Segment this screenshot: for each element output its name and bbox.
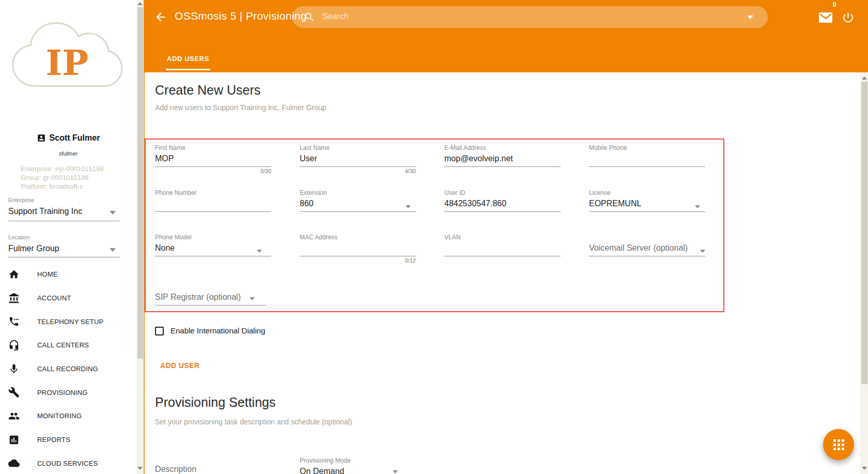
mobile-phone-label: Mobile Phone [589,144,705,151]
location-caret-icon[interactable] [110,248,116,252]
first-name-counter: 3/30 [155,168,271,174]
license-label: License [589,189,705,196]
enterprise-select[interactable]: Support Training Inc [8,207,82,216]
mac-address-field[interactable]: MAC Address 0/12 [300,234,416,264]
user-name: Scott Fulmer [50,133,100,143]
headset-icon [8,340,20,351]
mobile-phone-field[interactable]: Mobile Phone [589,144,705,167]
voicemail-server-caret-icon[interactable] [700,250,705,253]
bank-icon [8,293,20,304]
phone-number-input[interactable] [155,199,271,211]
email-field[interactable]: E-Mail Address mop@evolveip.net [444,144,561,167]
email-label: E-Mail Address [444,144,561,151]
tab-add-users[interactable]: ADD USERS [166,53,210,69]
first-name-field[interactable]: First Name MOP 3/30 [155,144,271,174]
content-scroll-down-icon[interactable] [862,467,867,470]
search-icon [304,11,315,23]
user-id-input[interactable]: 4842530547.860 [444,199,561,211]
sidebar-item-cloud-services[interactable]: CLOUD SERVICES [0,452,129,474]
description-field[interactable]: Description [155,465,271,474]
last-name-field[interactable]: Last Name User 4/30 [300,144,416,174]
evolve-ip-logo: IP [7,16,127,101]
sidebar-scroll-up-icon[interactable] [137,2,143,5]
cloud-icon [8,457,20,469]
tab-active-underline [166,69,210,70]
license-select[interactable]: EOPREMUNL [589,199,705,211]
phone-model-caret-icon[interactable] [257,250,262,253]
phone-dots-icon [8,316,20,327]
sidebar-item-monitoring[interactable]: MONITORING [0,404,129,428]
sidebar-item-telephony-setup[interactable]: TELEPHONY SETUP [0,310,129,333]
sidebar-scroll-down-icon[interactable] [137,467,143,470]
extension-field[interactable]: Extension 860 [300,189,416,212]
voicemail-server-field[interactable]: Voicemail Server (optional) [589,234,705,256]
enable-international-dialing-checkbox[interactable] [155,327,164,335]
nav-label: CLOUD SERVICES [37,460,98,467]
search-dropdown-caret-icon[interactable] [747,16,753,19]
description-input[interactable]: Description [155,465,271,474]
voicemail-server-spacer [589,234,705,241]
sidebar-item-provisioning[interactable]: PROVISIONING [0,380,129,404]
sidebar-item-call-recording[interactable]: CALL RECORDING [0,357,129,381]
license-caret-icon[interactable] [695,205,700,208]
sidebar-item-call-centers[interactable]: CALL CENTERS [0,333,129,357]
sidebar-item-account[interactable]: ACCOUNT [0,286,129,310]
person-icon [37,133,46,143]
location-select-label: Location [8,234,30,240]
provisioning-mode-field[interactable]: Provisioning Mode On Demand [300,457,416,474]
provisioning-mode-select[interactable]: On Demand [300,467,416,474]
add-user-button[interactable]: ADD USER [160,361,199,370]
people-icon [8,410,20,422]
search-input[interactable]: Search [292,6,768,28]
user-id-field[interactable]: User ID 4842530547.860 [444,189,561,212]
extension-label: Extension [300,189,416,196]
sidebar-item-reports[interactable]: REPORTS [0,428,129,452]
sidebar-item-home[interactable]: HOME [0,263,129,286]
meta-enterprise: Enterprise: eip-0001015186 [21,164,103,173]
extension-select[interactable]: 860 [300,199,416,211]
phone-model-field[interactable]: Phone Model None [155,234,271,256]
provisioning-mode-caret-icon[interactable] [393,470,398,473]
content-scrollbar-thumb[interactable] [861,82,867,384]
field-underline [155,211,271,212]
vlan-field[interactable]: VLAN [444,234,561,256]
content-scroll-up-icon[interactable] [862,77,867,80]
field-underline [155,256,271,256]
sidebar-scrollbar-thumb[interactable] [137,7,143,359]
app-header: OSSmosis 5 | Provisioning Search 0 ADD U… [144,0,868,72]
location-select[interactable]: Fulmer Group [8,244,59,253]
mail-icon[interactable] [819,12,832,23]
vlan-input[interactable] [444,243,561,256]
provisioning-settings-title: Provisioning Settings [155,395,275,410]
field-underline [155,166,271,167]
first-name-label: First Name [155,144,271,151]
email-input[interactable]: mop@evolveip.net [444,154,561,166]
enterprise-underline [8,221,120,221]
nav-label: TELEPHONY SETUP [37,318,103,326]
user-id-label: User ID [444,189,561,196]
nav-label: REPORTS [37,436,70,444]
enable-international-dialing-label: Enable International Dialing [171,326,265,335]
meta-group: Group: gr-0001015186 [21,173,103,182]
enterprise-caret-icon[interactable] [110,211,116,215]
license-field[interactable]: License EOPREMUNL [589,189,705,212]
sip-registrar-caret-icon[interactable] [250,297,255,300]
user-row: Scott Fulmer [0,133,136,143]
back-arrow-icon[interactable] [154,10,167,24]
phone-model-select[interactable]: None [155,243,271,256]
field-underline [589,166,705,167]
enterprise-select-label: Enterprise [8,197,34,203]
extension-caret-icon[interactable] [406,205,411,208]
provisioning-mode-label: Provisioning Mode [300,457,416,464]
voicemail-server-select[interactable]: Voicemail Server (optional) [589,243,705,256]
phone-number-field[interactable]: Phone Number [155,189,271,212]
provisioning-settings-subtitle: Set your provisioning task description a… [155,418,352,426]
power-icon[interactable] [842,11,855,24]
vlan-label: VLAN [444,234,561,241]
apps-fab-button[interactable] [823,429,854,460]
mobile-phone-input[interactable] [589,154,705,166]
sip-registrar-field[interactable]: SIP Registrar (optional) [155,293,266,305]
mac-address-input[interactable] [300,243,416,256]
last-name-input[interactable]: User [300,154,416,166]
first-name-input[interactable]: MOP [155,154,271,166]
